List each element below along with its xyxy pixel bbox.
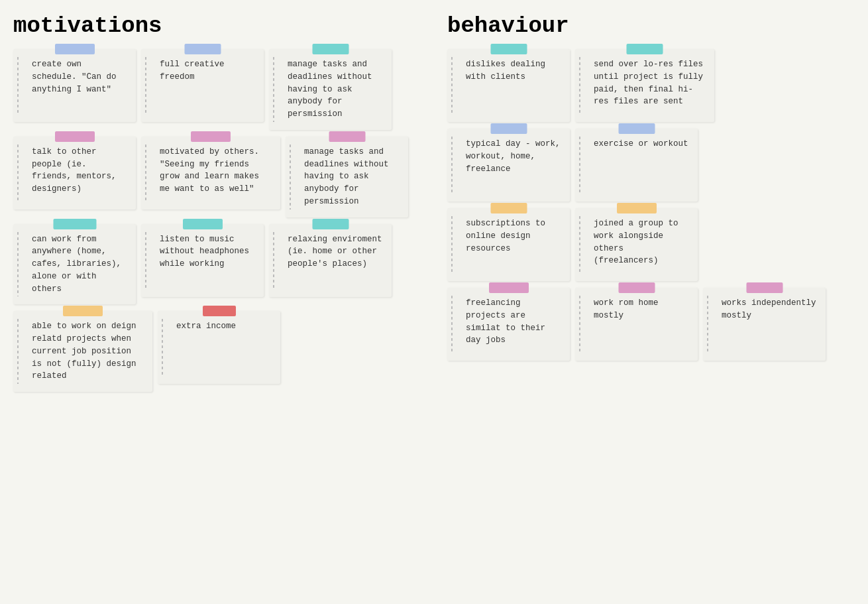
cards-row-0: dislikes dealing with clientssend over l… xyxy=(447,49,855,122)
sticky-note: manage tasks and deadlines without havin… xyxy=(269,49,392,130)
card-text: freelancing projects are similat to thei… xyxy=(466,297,561,347)
card-text: relaxing enviroment (ie. home or other p… xyxy=(288,233,382,271)
tape-decoration xyxy=(490,123,527,134)
sticky-note: talk to other people (ie. friends, mento… xyxy=(13,137,136,210)
sticky-note: extra income xyxy=(158,311,280,384)
tape-decoration xyxy=(746,282,783,293)
tape-decoration xyxy=(203,306,236,316)
sticky-note: can work from anywhere (home, cafes, lib… xyxy=(13,224,136,305)
sticky-note: create own schedule. "Can do anything I … xyxy=(13,49,136,122)
card-text: able to work on deign relatd projects wh… xyxy=(32,320,143,383)
cards-row-1: typical day - work, workout, home, freel… xyxy=(447,129,855,202)
cards-row-3: freelancing projects are similat to thei… xyxy=(447,288,855,361)
tape-decoration xyxy=(184,44,221,54)
sticky-note: typical day - work, workout, home, freel… xyxy=(447,129,570,202)
sticky-note: relaxing enviroment (ie. home or other p… xyxy=(269,224,392,297)
card-text: create own schedule. "Can do anything I … xyxy=(32,58,127,95)
sticky-note: freelancing projects are similat to thei… xyxy=(447,288,570,361)
behaviour-section: behaviour dislikes dealing with clientss… xyxy=(447,13,855,398)
sticky-note: full creative freedom xyxy=(141,49,264,122)
sticky-note: able to work on deign relatd projects wh… xyxy=(13,311,152,392)
tape-decoration xyxy=(618,123,655,134)
sticky-note: works independently mostly xyxy=(703,288,826,361)
motivations-section: motivations create own schedule. "Can do… xyxy=(13,13,421,398)
cards-row-3: able to work on deign relatd projects wh… xyxy=(13,311,421,392)
sticky-note: listen to music without headphones while… xyxy=(141,224,264,297)
tape-decoration xyxy=(627,44,663,54)
behaviour-grid: dislikes dealing with clientssend over l… xyxy=(447,49,855,367)
card-text: subscriptions to online design resources xyxy=(466,217,561,255)
card-text: work rom home mostly xyxy=(594,297,688,322)
card-text: dislikes dealing with clients xyxy=(466,58,561,84)
cards-row-2: subscriptions to online design resources… xyxy=(447,208,855,281)
cards-row-0: create own schedule. "Can do anything I … xyxy=(13,49,421,130)
tape-decoration xyxy=(312,219,349,229)
tape-decoration xyxy=(63,306,103,316)
tape-decoration xyxy=(191,131,231,142)
sticky-note: exercise or workout xyxy=(575,129,698,202)
tape-decoration xyxy=(489,282,529,293)
motivations-title: motivations xyxy=(13,13,421,38)
sticky-note: send over lo-res files until project is … xyxy=(575,49,714,122)
sticky-note: dislikes dealing with clients xyxy=(447,49,570,122)
sticky-note: work rom home mostly xyxy=(575,288,698,361)
tape-decoration xyxy=(53,219,96,229)
card-text: full creative freedom xyxy=(160,58,254,84)
sticky-note: subscriptions to online design resources xyxy=(447,208,570,281)
cards-row-2: can work from anywhere (home, cafes, lib… xyxy=(13,224,421,305)
tape-decoration xyxy=(618,282,655,293)
card-text: extra income xyxy=(176,320,271,333)
tape-decoration xyxy=(55,131,95,142)
sticky-note: motivated by others. "Seeing my friends … xyxy=(141,137,280,210)
card-text: listen to music without headphones while… xyxy=(160,233,254,271)
card-text: send over lo-res files until project is … xyxy=(594,58,705,108)
tape-decoration xyxy=(329,131,365,142)
behaviour-title: behaviour xyxy=(447,13,855,38)
card-text: joined a group to work alongside others … xyxy=(594,217,688,267)
motivations-grid: create own schedule. "Can do anything I … xyxy=(13,49,421,398)
tape-decoration xyxy=(55,44,95,54)
card-text: motivated by others. "Seeing my friends … xyxy=(160,146,271,196)
card-text: manage tasks and deadlines without havin… xyxy=(288,58,382,121)
tape-decoration xyxy=(312,44,349,54)
tape-decoration xyxy=(183,219,223,229)
tape-decoration xyxy=(490,203,527,213)
tape-decoration xyxy=(617,203,657,213)
sticky-note: manage tasks and deadlines without havin… xyxy=(286,137,408,217)
card-text: manage tasks and deadlines without havin… xyxy=(304,146,399,208)
card-text: talk to other people (ie. friends, mento… xyxy=(32,146,127,196)
tape-decoration xyxy=(490,44,527,54)
card-text: typical day - work, workout, home, freel… xyxy=(466,138,561,175)
sticky-note: joined a group to work alongside others … xyxy=(575,208,698,281)
card-text: can work from anywhere (home, cafes, lib… xyxy=(32,233,127,296)
card-text: exercise or workout xyxy=(594,138,688,151)
cards-row-1: talk to other people (ie. friends, mento… xyxy=(13,137,421,217)
card-text: works independently mostly xyxy=(722,297,816,322)
